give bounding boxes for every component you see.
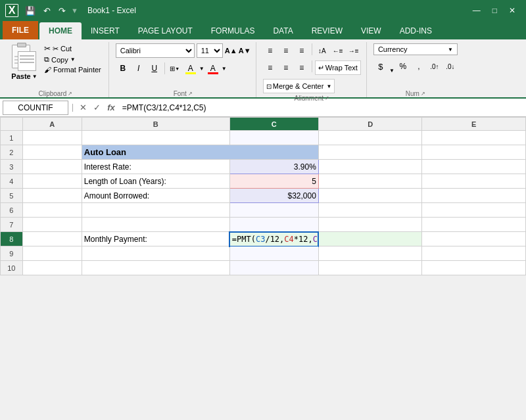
tab-formulas[interactable]: FORMULAS xyxy=(202,22,264,39)
cell-a7[interactable] xyxy=(22,218,82,232)
name-box[interactable] xyxy=(3,101,68,115)
cell-a10[interactable] xyxy=(22,261,82,275)
cancel-formula-button[interactable]: ✕ xyxy=(78,103,89,112)
cell-a4[interactable] xyxy=(22,174,82,189)
cell-c9[interactable] xyxy=(229,246,318,261)
align-left-button[interactable]: ≡ xyxy=(263,60,277,75)
col-header-a[interactable]: A xyxy=(22,118,82,131)
cell-e10[interactable] xyxy=(422,261,526,275)
cell-d9[interactable] xyxy=(318,246,422,261)
cell-e3[interactable] xyxy=(422,160,526,174)
cell-c4[interactable]: 5 xyxy=(229,174,318,189)
clipboard-expand-icon[interactable]: ↗ xyxy=(68,91,72,97)
align-middle-button[interactable]: ≡ xyxy=(279,43,293,58)
tab-data[interactable]: DATA xyxy=(264,22,302,39)
cell-c3[interactable]: 3.90% xyxy=(229,160,318,174)
cell-a9[interactable] xyxy=(22,246,82,261)
cell-d4[interactable] xyxy=(318,174,422,189)
number-format-arrow[interactable]: ▼ xyxy=(448,47,453,53)
dollar-button[interactable]: $ xyxy=(373,59,388,74)
format-painter-button[interactable]: 🖌 Format Painter xyxy=(42,65,103,74)
copy-dropdown-arrow[interactable]: ▼ xyxy=(70,57,76,62)
font-size-decrease-button[interactable]: A▼ xyxy=(239,45,251,57)
paste-label[interactable]: Paste xyxy=(11,72,30,80)
italic-button[interactable]: I xyxy=(132,61,146,76)
tab-file[interactable]: FILE xyxy=(3,21,38,39)
borders-button[interactable]: ⊞▼ xyxy=(168,61,182,76)
col-header-c[interactable]: C xyxy=(229,118,318,131)
save-button[interactable]: 💾 xyxy=(22,5,38,17)
increase-decimal-button[interactable]: .0↑ xyxy=(427,59,442,74)
cell-c7[interactable] xyxy=(229,218,318,232)
cell-e5[interactable] xyxy=(422,189,526,203)
align-bottom-button[interactable]: ≡ xyxy=(295,43,309,58)
font-color-button[interactable]: A xyxy=(206,61,220,76)
cell-a8[interactable] xyxy=(22,232,82,246)
align-right-button[interactable]: ≡ xyxy=(295,60,309,75)
cell-d1[interactable] xyxy=(318,131,422,145)
align-center-button[interactable]: ≡ xyxy=(279,60,293,75)
cell-d6[interactable] xyxy=(318,203,422,218)
dollar-dropdown-arrow[interactable]: ▼ xyxy=(389,68,394,74)
close-button[interactable]: ✕ xyxy=(504,3,521,18)
accept-formula-button[interactable]: ✓ xyxy=(91,103,103,112)
tab-home[interactable]: HOME xyxy=(39,22,82,39)
merge-center-button[interactable]: ⊡ Merge & Center ▼ xyxy=(263,79,335,93)
cell-c5[interactable]: $32,000 xyxy=(229,189,318,203)
cell-a1[interactable] xyxy=(22,131,82,145)
cell-b7[interactable] xyxy=(82,218,229,232)
cell-e7[interactable] xyxy=(422,218,526,232)
percent-button[interactable]: % xyxy=(396,59,410,74)
formula-input[interactable] xyxy=(120,101,523,115)
tab-view[interactable]: VIEW xyxy=(352,22,391,39)
cell-a3[interactable] xyxy=(22,160,82,174)
text-direction-button[interactable]: ↕A xyxy=(315,43,329,58)
cell-d8[interactable] xyxy=(318,232,422,246)
wrap-text-button[interactable]: ↵ Wrap Text xyxy=(315,60,361,75)
cell-d5[interactable] xyxy=(318,189,422,203)
underline-button[interactable]: U xyxy=(147,61,162,76)
font-size-select[interactable]: 11 xyxy=(197,43,223,58)
cell-b5[interactable]: Amount Borrowed: xyxy=(82,189,229,203)
cell-b10[interactable] xyxy=(82,261,229,275)
comma-button[interactable]: , xyxy=(412,59,426,74)
col-header-b[interactable]: B xyxy=(82,118,229,131)
cell-e6[interactable] xyxy=(422,203,526,218)
cell-a2[interactable] xyxy=(22,145,82,160)
cell-b3[interactable]: Interest Rate: xyxy=(82,160,229,174)
align-top-button[interactable]: ≡ xyxy=(263,43,277,58)
number-format-dropdown[interactable]: Currency ▼ xyxy=(373,43,458,55)
cell-d10[interactable] xyxy=(318,261,422,275)
minimize-button[interactable]: — xyxy=(467,3,486,18)
cell-b6[interactable] xyxy=(82,203,229,218)
paste-button[interactable] xyxy=(11,45,38,72)
redo-button[interactable]: ↷ xyxy=(56,5,68,17)
cell-c8[interactable]: =PMT(C3/12,C4*12,C5)| xyxy=(229,232,318,246)
cell-b2[interactable]: Auto Loan xyxy=(82,145,318,160)
maximize-button[interactable]: □ xyxy=(487,3,502,18)
cell-d3[interactable] xyxy=(318,160,422,174)
cell-b8[interactable]: Monthly Payment: xyxy=(82,232,229,246)
fill-color-dropdown[interactable]: ▼ xyxy=(199,66,204,72)
font-expand-icon[interactable]: ↗ xyxy=(188,91,193,97)
cell-c6[interactable] xyxy=(229,203,318,218)
cell-e9[interactable] xyxy=(422,246,526,261)
number-expand-icon[interactable]: ↗ xyxy=(421,91,425,97)
tab-addins[interactable]: ADD-INS xyxy=(391,22,441,39)
indent-increase-button[interactable]: →≡ xyxy=(347,43,361,58)
bold-button[interactable]: B xyxy=(116,61,130,76)
cell-e4[interactable] xyxy=(422,174,526,189)
cell-e8[interactable] xyxy=(422,232,526,246)
paste-dropdown-arrow[interactable]: ▼ xyxy=(32,74,37,80)
col-header-e[interactable]: E xyxy=(422,118,526,131)
cell-d7[interactable] xyxy=(318,218,422,232)
copy-button[interactable]: ⧉ Copy ▼ xyxy=(42,55,103,64)
tab-review[interactable]: REVIEW xyxy=(302,22,352,39)
tab-insert[interactable]: INSERT xyxy=(82,22,129,39)
cell-c1[interactable] xyxy=(229,131,318,145)
cell-b1[interactable] xyxy=(82,131,229,145)
font-name-select[interactable]: Calibri xyxy=(116,43,195,58)
cell-e2[interactable] xyxy=(422,145,526,160)
cell-b4[interactable]: Length of Loan (Years): xyxy=(82,174,229,189)
cell-a5[interactable] xyxy=(22,189,82,203)
